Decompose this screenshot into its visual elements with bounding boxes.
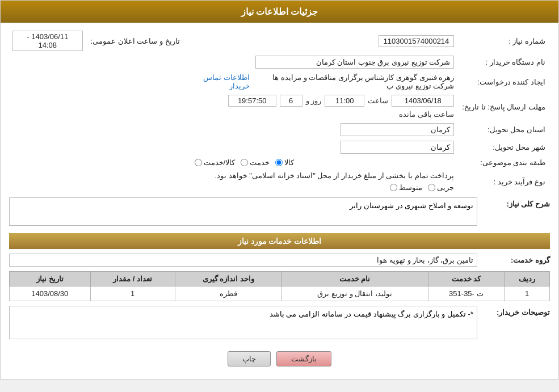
shahr-box: کرمان [341,141,454,154]
sharh-label: شرح کلی نیاز: [482,197,550,208]
buyer-desc-label: توصیحات خریدار: [482,306,550,317]
col-name: نام خدمت [281,272,428,286]
grouh-value-wrap: تامین برق، گاز، بخار و تهویه هوا [9,254,477,267]
tarikh-label: تاریخ و ساعت اعلان عمومی: [86,28,191,53]
time-label: ساعت [368,96,388,105]
button-row: بازگشت چاپ [9,344,550,373]
process-jozi: جزیی [428,183,454,192]
category-row: طبقه بندی موضوعی: کالا/خدمت خدمت کالا [9,156,550,169]
ostan-label: استان محل تحویل: [457,121,550,138]
cell-name: تولید، انتقال و توزیع برق [281,286,428,301]
creator-text: زهره فنبری گوهری کارشناس برگزاری مناقصات… [253,73,455,90]
sharh-textarea[interactable] [9,197,477,226]
process-value: پرداخت تمام یا بخشی از مبلغ خریدار از مح… [191,169,458,194]
sharh-row: شرح کلی نیاز: [9,197,550,227]
shomara-niaz-label: شماره نیاز : [457,28,550,53]
col-code: کد خدمت [428,272,505,286]
remaining-label: ساعت باقی مانده [399,110,454,119]
day-label: روز و [306,96,322,105]
services-header: اطلاعات خدمات مورد نیاز [9,233,550,249]
shomara-niaz-row: شماره نیاز : 1103001574000214 تاریخ و سا… [9,28,550,53]
category-kala: کالا [275,158,294,167]
deadline-day-box: 6 [280,95,302,107]
nam-dastgah-box: شرکت توزیع نیروی برق جنوب استان کرمان [255,56,454,69]
deadline-value: 1403/06/18 ساعت 11:00 روز و 6 19:57:50 س… [191,92,458,121]
col-unit: واحد اندازه گیری [175,272,281,286]
grouh-label: گروه خدمت: [482,256,550,264]
shahr-label: شهر محل تحویل: [457,138,550,156]
shahr-value: کرمان [191,138,458,156]
table-row: 1 ت -35-351 تولید، انتقال و توزیع برق قط… [10,286,550,301]
cell-code: ت -35-351 [428,286,505,301]
cell-count: 1 [90,286,175,301]
creator-row: ایجاد کننده درخواست: زهره فنبری گوهری کا… [9,71,550,92]
process-motavasset-radio[interactable] [390,184,397,191]
category-options: کالا/خدمت خدمت کالا [191,156,458,169]
cell-radif: 1 [505,286,550,301]
process-row: نوع فرآیند خرید : پرداخت تمام یا بخشی از… [9,169,550,194]
nam-dastgah-row: نام دستگاه خریدار : شرکت توزیع نیروی برق… [9,53,550,71]
ostan-box: کرمان [341,123,454,136]
category-kala-label: کالا [284,158,294,167]
shomara-niaz-value: 1103001574000214 [191,28,458,53]
buyer-desc-row: توصیحات خریدار: [9,306,550,341]
category-label: طبقه بندی موضوعی: [457,156,550,169]
back-button[interactable]: بازگشت [276,351,331,366]
creator-label: ایجاد کننده درخواست: [457,71,550,92]
deadline-remaining-box: 19:57:50 [228,95,276,107]
category-khidmat-label: خدمت [250,158,270,167]
process-motavasset: متوسط [390,183,422,192]
process-label: نوع فرآیند خرید : [457,169,550,194]
sharh-value-wrap [9,197,477,227]
category-kala-khidmat-radio[interactable] [195,159,202,166]
services-table: ردیف کد خدمت نام خدمت واحد اندازه گیری ت… [9,271,550,301]
cell-unit: قطره [175,286,281,301]
category-kala-radio[interactable] [275,159,283,166]
col-count: تعداد / مقدار [90,272,175,286]
category-khidmat: خدمت [241,158,270,167]
ostan-row: استان محل تحویل: کرمان [9,121,550,138]
deadline-date-box: 1403/06/18 [392,95,454,107]
category-kala-khidmat-label: کالا/خدمت [204,158,236,167]
cell-date: 1403/08/30 [10,286,91,301]
shomara-niaz-box: 1103001574000214 [379,35,455,47]
print-button[interactable]: چاپ [228,351,271,366]
page-title: جزئیات اطلاعات نیاز [1,1,558,23]
buyer-desc-textarea[interactable] [9,306,477,339]
category-kala-khidmat: کالا/خدمت [195,158,236,167]
main-info-grid: شماره نیاز : 1103001574000214 تاریخ و سا… [9,28,550,194]
ostan-value: کرمان [191,121,458,138]
table-header-row: ردیف کد خدمت نام خدمت واحد اندازه گیری ت… [10,272,550,286]
process-motavasset-label: متوسط [399,183,422,192]
category-khidmat-radio[interactable] [241,159,248,166]
process-note: پرداخت تمام یا بخشی از مبلغ خریدار از مح… [215,171,455,180]
tarikh-value: 1403/06/11 - 14:08 [9,28,86,53]
creator-value: زهره فنبری گوهری کارشناس برگزاری مناقصات… [191,71,458,92]
shahr-row: شهر محل تحویل: کرمان [9,138,550,156]
deadline-row: مهلت ارسال پاسخ: تا تاریخ: 1403/06/18 سا… [9,92,550,121]
deadline-time-box: 11:00 [325,95,364,107]
grouh-row: گروه خدمت: تامین برق، گاز، بخار و تهویه … [9,254,550,267]
process-jozi-radio[interactable] [428,184,435,191]
grouh-box: تامین برق، گاز، بخار و تهویه هوا [9,254,477,267]
contact-link[interactable]: اطلاعات تماس خریدار [195,73,250,90]
col-radif: ردیف [505,272,550,286]
tarikh-box: 1403/06/11 - 14:08 [12,31,83,51]
deadline-label: مهلت ارسال پاسخ: تا تاریخ: [457,92,550,121]
nam-dastgah-value: شرکت توزیع نیروی برق جنوب استان کرمان [191,53,458,71]
buyer-desc-wrap [9,306,477,341]
col-date: تاریخ نیاز [10,272,91,286]
process-jozi-label: جزیی [437,183,454,192]
nam-dastgah-label: نام دستگاه خریدار : [457,53,550,71]
